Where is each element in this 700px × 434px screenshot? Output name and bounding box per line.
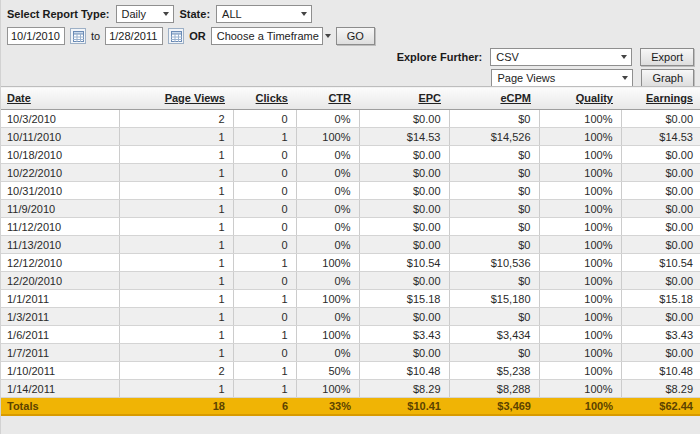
value-cell: 100% [539, 128, 621, 146]
graph-button[interactable]: Graph [641, 69, 694, 87]
column-header-page-views[interactable]: Page Views [119, 87, 233, 110]
date-to-input[interactable] [105, 27, 163, 45]
value-cell: 50% [296, 362, 359, 380]
value-cell: $15,180 [449, 290, 539, 308]
value-cell: 0% [296, 308, 359, 326]
value-cell: $0 [449, 146, 539, 164]
totals-cell: 100% [539, 398, 621, 415]
graph-metric-row: Page Views Graph [491, 69, 694, 87]
value-cell: $0.00 [621, 236, 700, 254]
value-cell: 1 [119, 164, 233, 182]
column-header-ctr[interactable]: CTR [296, 87, 359, 110]
report-table-rows: 10/3/2010200%$0.00$0100%$0.0010/11/20101… [1, 110, 700, 398]
export-format-value: CSV [496, 51, 519, 63]
chevron-down-icon [622, 76, 628, 80]
value-cell: 1 [233, 362, 296, 380]
value-cell: $0.00 [359, 272, 449, 290]
table-row: 12/20/2010100%$0.00$0100%$0.00 [1, 272, 700, 290]
date-range-row: to OR Choose a Timeframe GO [7, 27, 375, 45]
date-cell: 1/6/2011 [1, 326, 119, 344]
value-cell: 100% [539, 200, 621, 218]
date-cell: 10/3/2010 [1, 110, 119, 128]
value-cell: 100% [296, 290, 359, 308]
value-cell: $0.00 [621, 200, 700, 218]
value-cell: 1 [119, 290, 233, 308]
table-row: 10/18/2010100%$0.00$0100%$0.00 [1, 146, 700, 164]
value-cell: 100% [539, 344, 621, 362]
value-cell: 0 [233, 200, 296, 218]
value-cell: $0 [449, 236, 539, 254]
value-cell: 100% [539, 146, 621, 164]
table-row: 1/10/20112150%$10.48$5,238100%$10.48 [1, 362, 700, 380]
value-cell: 1 [119, 254, 233, 272]
value-cell: 1 [233, 380, 296, 398]
column-header-quality[interactable]: Quality [539, 87, 621, 110]
totals-label: Totals [1, 398, 119, 415]
date-cell: 11/9/2010 [1, 200, 119, 218]
table-row: 10/11/201011100%$14.53$14,526100%$14.53 [1, 128, 700, 146]
value-cell: $3.43 [359, 326, 449, 344]
calendar-icon[interactable] [168, 28, 184, 44]
value-cell: 0 [233, 308, 296, 326]
value-cell: $0.00 [359, 344, 449, 362]
date-from-input[interactable] [7, 27, 65, 45]
explore-further-label: Explore Further: [397, 51, 483, 63]
value-cell: 1 [119, 326, 233, 344]
report-type-select[interactable]: Daily [116, 5, 174, 23]
chevron-down-icon [163, 12, 169, 16]
value-cell: $0.00 [359, 164, 449, 182]
value-cell: 100% [539, 362, 621, 380]
value-cell: 0 [233, 110, 296, 128]
table-header-row: Date Page Views Clicks CTR EPC eCPM Qual… [1, 87, 700, 110]
value-cell: $0.00 [621, 182, 700, 200]
value-cell: $5,238 [449, 362, 539, 380]
value-cell: 0 [233, 182, 296, 200]
value-cell: $10.48 [621, 362, 700, 380]
value-cell: $15.18 [621, 290, 700, 308]
timeframe-value: Choose a Timeframe [217, 30, 319, 42]
value-cell: $8.29 [359, 380, 449, 398]
column-header-clicks[interactable]: Clicks [233, 87, 296, 110]
timeframe-select[interactable]: Choose a Timeframe [211, 27, 323, 45]
calendar-icon[interactable] [70, 28, 86, 44]
value-cell: 100% [296, 254, 359, 272]
value-cell: 100% [539, 218, 621, 236]
value-cell: $14.53 [359, 128, 449, 146]
go-button[interactable]: GO [336, 27, 375, 45]
column-header-epc[interactable]: EPC [359, 87, 449, 110]
value-cell: $3,434 [449, 326, 539, 344]
value-cell: $8.29 [621, 380, 700, 398]
or-label: OR [189, 30, 206, 42]
value-cell: $0.00 [621, 110, 700, 128]
report-type-label: Select Report Type: [7, 8, 110, 20]
table-row: 1/1/201111100%$15.18$15,180100%$15.18 [1, 290, 700, 308]
date-cell: 1/14/2011 [1, 380, 119, 398]
value-cell: 0% [296, 218, 359, 236]
value-cell: 100% [296, 128, 359, 146]
value-cell: 0% [296, 110, 359, 128]
column-header-ecpm[interactable]: eCPM [449, 87, 539, 110]
value-cell: $0.00 [359, 236, 449, 254]
table-row: 1/7/2011100%$0.00$0100%$0.00 [1, 344, 700, 362]
totals-cell: $62.44 [621, 398, 700, 415]
export-format-select[interactable]: CSV [490, 48, 632, 66]
table-row: 10/3/2010200%$0.00$0100%$0.00 [1, 110, 700, 128]
chevron-down-icon [301, 12, 307, 16]
value-cell: $14.53 [621, 128, 700, 146]
column-header-date[interactable]: Date [1, 87, 119, 110]
value-cell: $0.00 [621, 308, 700, 326]
value-cell: 0% [296, 182, 359, 200]
explore-further-row: Explore Further: CSV Export [397, 48, 694, 66]
table-row: 11/13/2010100%$0.00$0100%$0.00 [1, 236, 700, 254]
value-cell: 0% [296, 146, 359, 164]
state-select[interactable]: ALL [216, 5, 312, 23]
value-cell: 0% [296, 164, 359, 182]
column-header-earnings[interactable]: Earnings [621, 87, 700, 110]
export-button[interactable]: Export [640, 48, 694, 66]
metric-select[interactable]: Page Views [491, 69, 633, 87]
value-cell: 2 [119, 362, 233, 380]
value-cell: $0 [449, 182, 539, 200]
value-cell: 100% [539, 272, 621, 290]
table-row: 10/31/2010100%$0.00$0100%$0.00 [1, 182, 700, 200]
chevron-down-icon [621, 55, 627, 59]
